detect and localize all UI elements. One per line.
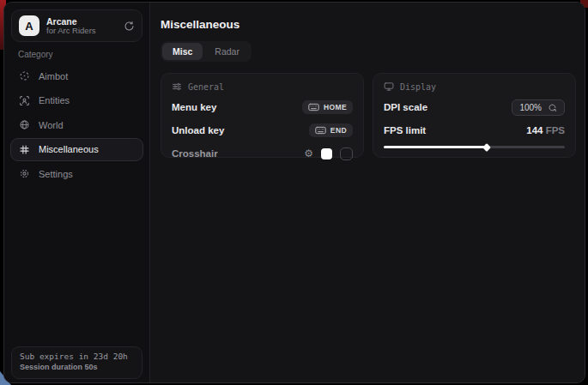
category-label: Category (18, 50, 149, 59)
main-content: Miscellaneous Misc Radar General (150, 3, 585, 382)
fps-limit-label: FPS limit (384, 125, 426, 135)
sidebar-item-label: Entities (39, 95, 70, 105)
crosshair-label: Crosshair (172, 148, 218, 159)
app-title: Arcane (46, 16, 117, 27)
app-subtitle: for Arc Riders (46, 27, 117, 36)
sidebar: A Arcane for Arc Riders Category (4, 3, 150, 382)
fps-unit: FPS (546, 125, 565, 135)
tab-bar: Misc Radar (161, 41, 252, 62)
sidebar-item-label: World (39, 120, 64, 130)
dpi-scale-row: DPI scale 100% (384, 99, 565, 115)
sliders-icon (172, 81, 182, 92)
grid-icon (19, 144, 30, 155)
crosshair-color-swatch[interactable] (321, 148, 332, 159)
session-duration-text: Session duration 50s (20, 363, 134, 371)
fps-limit-row: FPS limit 144 FPS (384, 123, 565, 138)
unload-key-label: Unload key (172, 125, 224, 135)
sidebar-item-label: Aimbot (39, 71, 68, 81)
crosshair-row: Crosshair ⚙ (172, 146, 353, 161)
unload-key-row: Unload key END (172, 123, 353, 138)
menu-key-value: HOME (324, 103, 347, 111)
sidebar-item-label: Settings (39, 169, 73, 179)
refresh-icon (548, 103, 557, 112)
fps-slider-fill (384, 146, 487, 148)
sidebar-item-settings[interactable]: Settings (10, 162, 143, 185)
dpi-scale-label: DPI scale (384, 102, 427, 112)
crosshair-settings-gear-icon[interactable]: ⚙ (304, 148, 313, 159)
sidebar-item-world[interactable]: World (10, 113, 143, 136)
fps-value: 144 FPS (526, 125, 565, 135)
fps-slider[interactable] (384, 146, 565, 148)
tab-misc[interactable]: Misc (162, 43, 203, 60)
keyboard-icon (315, 126, 326, 135)
unload-key-value: END (330, 126, 347, 135)
app-logo: A (19, 15, 39, 36)
gear-icon (19, 168, 30, 179)
dpi-scale-select[interactable]: 100% (512, 99, 565, 116)
sidebar-item-miscellaneous[interactable]: Miscellaneous (10, 138, 143, 161)
app-window: A Arcane for Arc Riders Category (3, 2, 585, 383)
general-card: General Menu key HOME Unload key (161, 73, 364, 158)
app-header-card: A Arcane for Arc Riders (11, 9, 142, 42)
sidebar-item-entities[interactable]: Entities (10, 89, 143, 112)
keyboard-icon (308, 103, 319, 111)
sync-icon[interactable] (124, 21, 135, 32)
page-title: Miscellaneous (161, 18, 576, 31)
menu-key-label: Menu key (172, 102, 216, 112)
card-title: General (188, 82, 224, 92)
crosshair-checkbox[interactable] (340, 147, 353, 160)
menu-key-button[interactable]: HOME (302, 100, 353, 114)
globe-icon (19, 119, 30, 130)
sidebar-item-label: Miscellaneous (39, 144, 99, 154)
subscription-status-box: Sub expires in 23d 20h Session duration … (11, 346, 142, 379)
fps-slider-thumb[interactable] (482, 143, 491, 152)
menu-key-row: Menu key HOME (172, 99, 353, 115)
sidebar-item-aimbot[interactable]: Aimbot (10, 64, 143, 87)
target-icon (19, 70, 30, 81)
sub-expiry-text: Sub expires in 23d 20h (20, 352, 134, 361)
card-title: Display (400, 82, 436, 92)
dpi-scale-value: 100% (519, 103, 542, 112)
display-card: Display DPI scale 100% FPS limit (373, 73, 576, 158)
monitor-icon (384, 81, 394, 92)
entities-icon (19, 95, 30, 106)
unload-key-button[interactable]: END (309, 123, 353, 137)
tab-radar[interactable]: Radar (204, 43, 250, 60)
sidebar-nav: Aimbot Entities World (4, 64, 149, 185)
